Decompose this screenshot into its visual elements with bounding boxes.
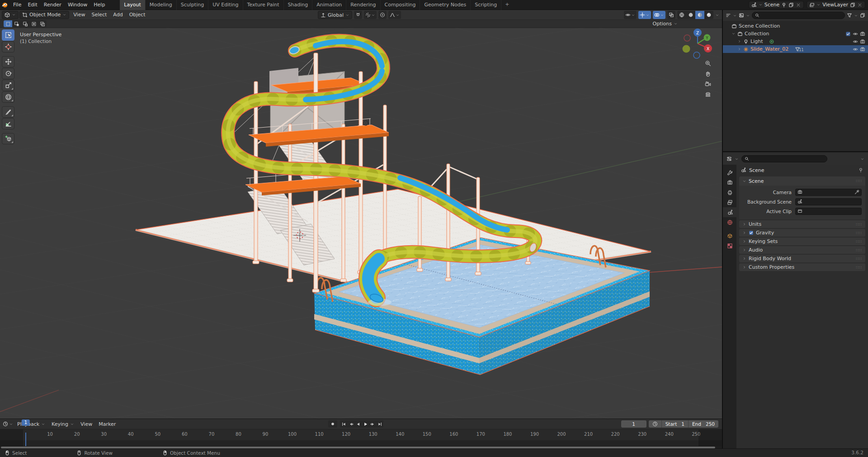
- tool-rotate[interactable]: [2, 68, 14, 79]
- pin-icon[interactable]: [858, 167, 863, 173]
- camera-icon[interactable]: [860, 31, 865, 37]
- shading-material-button[interactable]: [695, 11, 704, 19]
- mode-selector[interactable]: Object Mode: [19, 11, 69, 19]
- hand-button[interactable]: [703, 68, 713, 79]
- proportional-editing-toggle[interactable]: [378, 11, 387, 19]
- panel-grip[interactable]: ∷∷: [856, 231, 862, 235]
- end-frame-field[interactable]: End 250: [689, 421, 718, 427]
- outliner-row-collection[interactable]: Collection: [723, 30, 868, 38]
- list-filter-icon[interactable]: [726, 13, 731, 18]
- properties-tab-viewlayer[interactable]: [723, 197, 736, 207]
- panel-grip[interactable]: ∷∷: [856, 222, 862, 227]
- workspace-tab-modeling[interactable]: Modeling: [146, 0, 177, 10]
- gizmo-neg-z-axis[interactable]: [693, 52, 700, 58]
- panel-grip[interactable]: ∷∷: [856, 257, 862, 261]
- jump-end-button[interactable]: [376, 420, 383, 428]
- play-button[interactable]: [362, 420, 369, 428]
- display-mode-icon[interactable]: [739, 13, 744, 18]
- tool-scale[interactable]: [2, 80, 14, 91]
- sel-extend-button[interactable]: [12, 20, 21, 27]
- outliner-row-scene-collection[interactable]: Scene Collection: [723, 22, 868, 30]
- panel-gravity[interactable]: Gravity∷∷: [739, 229, 865, 237]
- prev-key-button[interactable]: [347, 420, 354, 428]
- filter-funnel-icon[interactable]: [847, 13, 852, 18]
- timeline-menu-view[interactable]: View: [77, 419, 95, 429]
- tool-select-box[interactable]: [2, 29, 14, 41]
- tool-annotate[interactable]: [2, 106, 14, 118]
- next-key-button[interactable]: [369, 420, 376, 428]
- workspace-tab-uv-editing[interactable]: UV Editing: [208, 0, 243, 10]
- overlays-toggle[interactable]: [653, 11, 665, 19]
- workspace-tab-layout[interactable]: Layout: [120, 0, 145, 10]
- play-back-button[interactable]: [354, 420, 362, 428]
- tool-cursor[interactable]: [2, 41, 14, 52]
- gizmo-neg-y-axis[interactable]: [683, 45, 690, 53]
- workspace-tab-rendering[interactable]: Rendering: [346, 0, 380, 10]
- chevron-down-icon[interactable]: [860, 157, 864, 161]
- snap-target-selector[interactable]: [364, 11, 377, 19]
- workspace-tab-shading[interactable]: Shading: [284, 0, 313, 10]
- close-icon[interactable]: [857, 2, 863, 8]
- panel-units[interactable]: Units∷∷: [739, 220, 865, 228]
- new-collection-icon[interactable]: [860, 13, 865, 18]
- transform-orientation-selector[interactable]: Global: [318, 11, 352, 19]
- blender-logo-icon[interactable]: [0, 2, 10, 8]
- viewport-menu-select[interactable]: Select: [88, 12, 110, 18]
- ortho-grid-button[interactable]: [703, 89, 713, 100]
- shading-rendered-button[interactable]: [704, 11, 713, 19]
- workspace-tab-geometry-nodes[interactable]: Geometry Nodes: [420, 0, 471, 10]
- playhead[interactable]: [25, 433, 26, 446]
- gizmo-neg-x-axis[interactable]: [684, 35, 690, 41]
- panel-grip[interactable]: ∷∷: [856, 265, 862, 270]
- workspace-tab-sculpting[interactable]: Sculpting: [177, 0, 208, 10]
- outliner-row-slide-water-02[interactable]: Slide_Water_0211: [723, 45, 868, 53]
- chevron-down-icon[interactable]: [715, 13, 719, 17]
- checkbox-icon[interactable]: [749, 230, 754, 235]
- gizmo-toggle[interactable]: [638, 11, 651, 19]
- eye-icon[interactable]: [853, 39, 858, 44]
- properties-tab-render[interactable]: [723, 177, 736, 187]
- eyedropper-icon[interactable]: [854, 190, 859, 195]
- tool-add-cube[interactable]: [2, 133, 14, 144]
- viewport-canvas[interactable]: User Perspective (1) Collection Z Y X: [0, 28, 722, 419]
- menu-help[interactable]: Help: [90, 0, 108, 10]
- sel-set-button[interactable]: [4, 20, 12, 27]
- properties-tab-tool[interactable]: [723, 167, 736, 177]
- scene-panel-header[interactable]: Scene ∷∷: [739, 176, 865, 186]
- start-frame-field[interactable]: Start 1: [662, 421, 688, 427]
- timeline-menu-marker[interactable]: Marker: [95, 419, 119, 429]
- viewport-menu-view[interactable]: View: [70, 12, 88, 18]
- xray-toggle[interactable]: [667, 11, 675, 19]
- timeline-menu-keying[interactable]: Keying: [48, 419, 77, 429]
- outliner-search-input[interactable]: [752, 12, 845, 19]
- properties-tab-object[interactable]: [723, 231, 736, 241]
- properties-tab-output[interactable]: [723, 187, 736, 197]
- active-clip-input[interactable]: [795, 208, 862, 215]
- close-icon[interactable]: [796, 2, 801, 8]
- checkbox-icon[interactable]: [845, 31, 851, 37]
- menu-window[interactable]: Window: [65, 0, 90, 10]
- current-frame-badge[interactable]: 1: [22, 419, 30, 426]
- properties-editor-icon[interactable]: [726, 156, 732, 162]
- menu-edit[interactable]: Edit: [24, 0, 40, 10]
- viewlayer-selector[interactable]: ViewLayer: [807, 1, 865, 9]
- menu-file[interactable]: File: [10, 0, 24, 10]
- panel-custom-properties[interactable]: Custom Properties∷∷: [739, 263, 865, 271]
- panel-keying-sets[interactable]: Keying Sets∷∷: [739, 238, 865, 245]
- current-frame-field[interactable]: 1: [621, 420, 646, 428]
- shading-wireframe-button[interactable]: [677, 11, 686, 19]
- workspace-tab-compositing[interactable]: Compositing: [381, 0, 420, 10]
- panel-grip[interactable]: ∷∷: [856, 239, 862, 244]
- pin-icon[interactable]: [781, 2, 787, 8]
- falloff-selector[interactable]: [388, 11, 401, 19]
- timeline-editor-icon[interactable]: [3, 421, 8, 427]
- panel-rigid-body-world[interactable]: Rigid Body World∷∷: [739, 255, 865, 262]
- preview-range-button[interactable]: [649, 421, 661, 427]
- properties-tab-texture[interactable]: [723, 241, 736, 251]
- tool-transform[interactable]: [2, 91, 14, 103]
- snap-toggle[interactable]: [354, 11, 362, 19]
- timeline-tracks[interactable]: [0, 440, 722, 446]
- outliner-row-light[interactable]: Light: [723, 38, 868, 45]
- eye-icon[interactable]: [853, 31, 858, 37]
- properties-search-input[interactable]: [741, 155, 827, 162]
